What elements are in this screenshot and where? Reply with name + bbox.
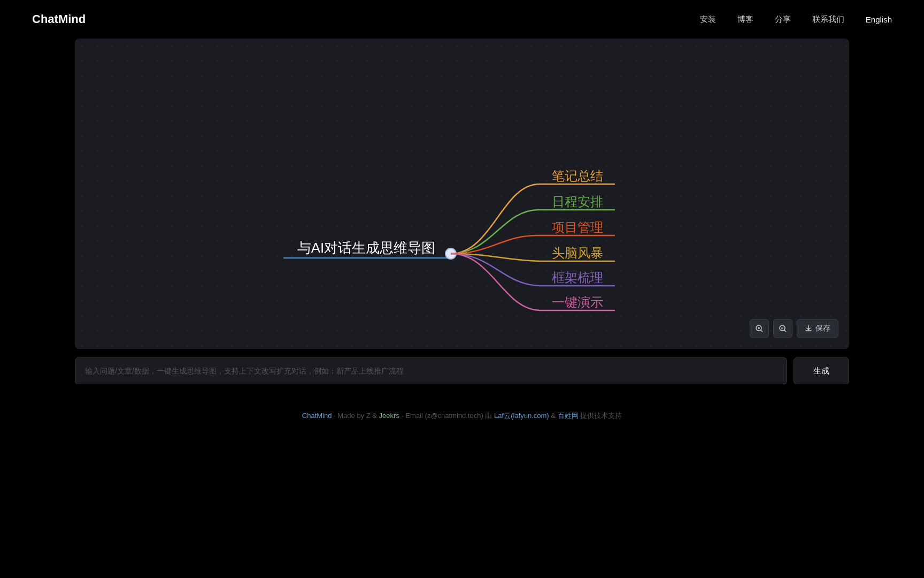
svg-text:日程安排: 日程安排 xyxy=(552,194,603,209)
svg-line-20 xyxy=(784,330,787,332)
language-toggle[interactable]: English xyxy=(866,15,892,24)
navbar: ChatMind 安装 博客 分享 联系我们 English xyxy=(0,0,924,39)
save-label: 保存 xyxy=(815,324,830,333)
footer-text1: · Made by Z & xyxy=(332,412,379,420)
mindmap-canvas-container: 与AI对话生成思维导图 笔记总结 日程安排 项目管理 头脑风暴 框架梳理 一键演… xyxy=(75,39,849,349)
logo[interactable]: ChatMind xyxy=(32,12,86,26)
svg-text:项目管理: 项目管理 xyxy=(552,220,603,234)
nav-share[interactable]: 分享 xyxy=(775,14,791,25)
zoom-in-button[interactable] xyxy=(750,319,769,338)
canvas-toolbar: 保存 xyxy=(750,319,838,338)
input-area: 生成 xyxy=(75,358,849,384)
save-button[interactable]: 保存 xyxy=(797,319,838,338)
svg-text:头脑风暴: 头脑风暴 xyxy=(552,246,603,260)
footer-text4: 提供技术支持 xyxy=(579,412,622,420)
zoom-out-button[interactable] xyxy=(773,319,792,338)
footer-brand-link[interactable]: ChatMind xyxy=(302,412,332,420)
svg-text:框架梳理: 框架梳理 xyxy=(552,270,603,285)
svg-line-17 xyxy=(761,330,763,332)
zoom-out-icon xyxy=(779,324,787,333)
nav-blog[interactable]: 博客 xyxy=(737,14,753,25)
zoom-in-icon xyxy=(755,324,764,333)
save-icon xyxy=(805,325,812,332)
mindmap-svg: 与AI对话生成思维导图 笔记总结 日程安排 项目管理 头脑风暴 框架梳理 一键演… xyxy=(75,39,849,349)
center-node-text: 与AI对话生成思维导图 xyxy=(297,240,436,256)
svg-text:一键演示: 一键演示 xyxy=(552,295,603,309)
footer-laf-link[interactable]: Laf云(lafyun.com) xyxy=(494,412,549,420)
nav-contact[interactable]: 联系我们 xyxy=(812,14,844,25)
footer: ChatMind · Made by Z & Jeekrs - Email (z… xyxy=(0,411,924,431)
svg-text:笔记总结: 笔记总结 xyxy=(552,169,603,183)
footer-baishiwang-link[interactable]: 百姓网 xyxy=(558,412,579,420)
footer-text3: & xyxy=(549,412,558,420)
generate-button[interactable]: 生成 xyxy=(794,358,849,384)
nav-install[interactable]: 安装 xyxy=(700,14,716,25)
footer-text2: - Email (z@chatmind.tech) 由 xyxy=(399,412,494,420)
nav-links: 安装 博客 分享 联系我们 English xyxy=(700,14,892,25)
footer-jeekrs-link[interactable]: Jeekrs xyxy=(379,412,399,420)
chat-input[interactable] xyxy=(75,358,787,384)
